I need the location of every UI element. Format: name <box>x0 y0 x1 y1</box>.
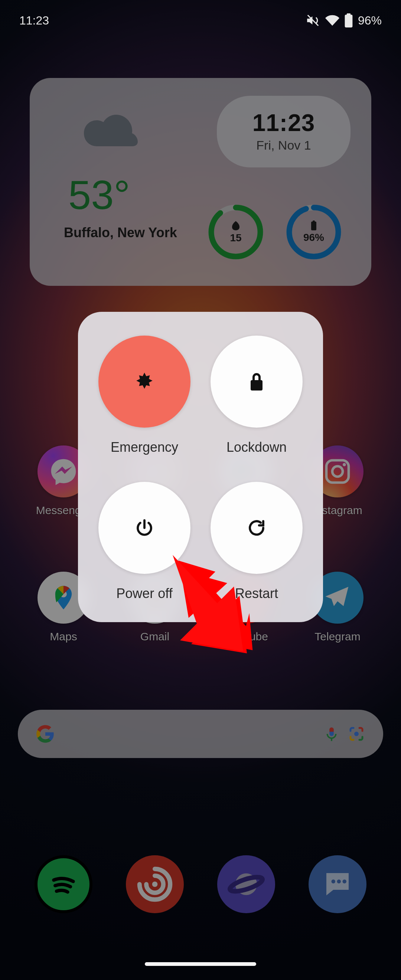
power-menu-emergency[interactable]: Emergency <box>96 336 193 455</box>
svg-point-11 <box>332 466 343 477</box>
clock-pill[interactable]: 11:23 Fri, Nov 1 <box>217 96 350 167</box>
power-menu-label: Emergency <box>111 439 178 455</box>
activity-value: 15 <box>230 232 241 244</box>
messenger-icon <box>49 457 78 486</box>
power-menu-label: Lockdown <box>226 439 286 455</box>
clock-time: 11:23 <box>243 109 324 137</box>
planet-icon <box>228 865 265 903</box>
power-menu-label: Restart <box>235 586 278 601</box>
google-g-icon <box>36 724 55 743</box>
svg-point-19 <box>337 880 341 883</box>
spotify-icon <box>47 867 80 901</box>
app-label: Telegram <box>315 630 360 643</box>
maps-icon <box>49 584 78 612</box>
dock-app-pocketcasts[interactable] <box>126 855 184 913</box>
status-icons: 96% <box>306 13 382 27</box>
app-label: Gmail <box>140 630 169 643</box>
svg-rect-21 <box>251 380 263 390</box>
emergency-icon <box>134 371 155 392</box>
power-menu-power-off[interactable]: Power off <box>96 482 193 601</box>
chat-icon <box>321 867 354 901</box>
google-search-bar[interactable] <box>18 710 383 758</box>
pocketcasts-icon <box>134 864 175 905</box>
svg-point-14 <box>354 732 359 736</box>
clock-date: Fri, Nov 1 <box>243 138 324 153</box>
dock-app-spotify[interactable] <box>35 855 92 913</box>
power-menu: Emergency Lockdown Power off Restart <box>78 312 323 622</box>
svg-rect-8 <box>313 221 315 222</box>
weather-widget[interactable]: 11:23 Fri, Nov 1 53° Buffalo, New York 1… <box>30 78 371 286</box>
svg-rect-7 <box>311 222 316 231</box>
status-bar: 11:23 96% <box>0 0 401 41</box>
svg-point-12 <box>343 463 346 466</box>
power-menu-label: Power off <box>116 586 172 601</box>
battery-ring-value: 96% <box>303 232 324 243</box>
gesture-nav-handle[interactable] <box>145 962 256 966</box>
app-label: Maps <box>50 630 77 643</box>
dock-app-messages[interactable] <box>309 855 366 913</box>
leaf-icon <box>230 220 241 231</box>
svg-point-15 <box>152 881 158 887</box>
svg-point-18 <box>332 880 336 883</box>
battery-icon <box>345 13 353 27</box>
dock-app-browser[interactable] <box>217 855 275 913</box>
battery-ring[interactable]: 96% <box>286 204 342 260</box>
activity-ring[interactable]: 15 <box>208 204 264 260</box>
svg-rect-2 <box>347 13 350 15</box>
lock-icon <box>248 371 266 392</box>
dock <box>0 855 401 913</box>
battery-small-icon <box>310 221 317 231</box>
lens-icon[interactable] <box>347 725 365 743</box>
app-label: YouTube <box>224 630 268 643</box>
wifi-icon <box>325 13 339 27</box>
power-menu-lockdown[interactable]: Lockdown <box>208 336 305 455</box>
power-menu-restart[interactable]: Restart <box>208 482 305 601</box>
status-time: 11:23 <box>19 14 49 27</box>
power-icon <box>134 518 154 538</box>
weather-temp: 53° <box>68 171 130 218</box>
restart-icon <box>247 518 267 538</box>
svg-rect-1 <box>345 14 353 27</box>
cloud-icon <box>80 113 143 151</box>
instagram-icon <box>323 457 352 486</box>
mic-icon[interactable] <box>323 725 340 743</box>
telegram-icon <box>323 583 352 612</box>
volume-muted-icon <box>306 13 320 27</box>
svg-point-20 <box>343 880 347 883</box>
battery-percent: 96% <box>358 14 382 27</box>
